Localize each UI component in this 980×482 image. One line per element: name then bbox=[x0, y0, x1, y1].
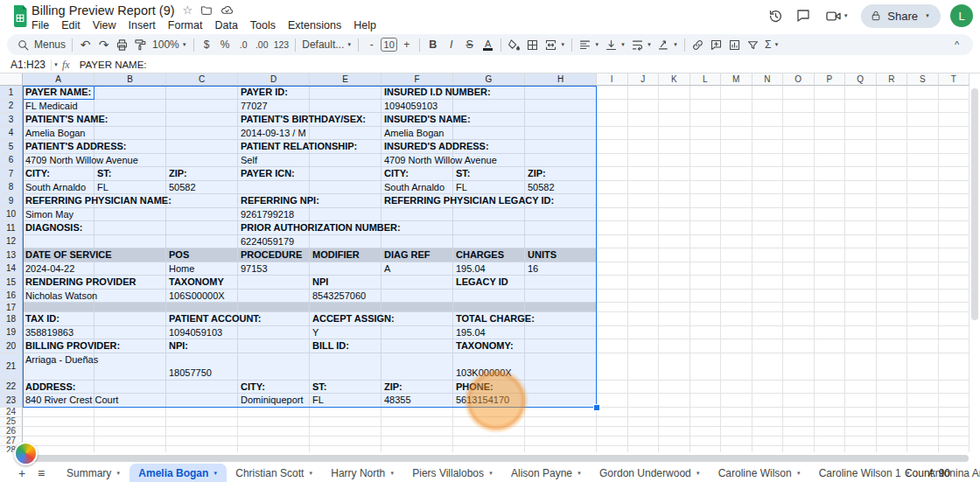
cell-H3[interactable] bbox=[525, 113, 597, 127]
vertical-align-button[interactable]: ▼ bbox=[602, 35, 628, 54]
column-header-Q[interactable]: Q bbox=[845, 73, 877, 86]
cell-L5[interactable] bbox=[690, 140, 722, 154]
cell-E15[interactable]: NPI bbox=[310, 276, 382, 290]
cell-C17[interactable] bbox=[166, 303, 238, 312]
cell-J23[interactable] bbox=[628, 394, 660, 408]
cell-H10[interactable] bbox=[525, 208, 597, 222]
functions-button[interactable]: Σ ▼ bbox=[762, 35, 781, 54]
cell-R4[interactable] bbox=[877, 127, 908, 141]
cell-E14[interactable] bbox=[310, 262, 382, 276]
row-header-9[interactable]: 9 bbox=[0, 194, 23, 208]
cell-O20[interactable] bbox=[783, 339, 815, 353]
cell-T7[interactable] bbox=[939, 167, 970, 181]
cell-H20[interactable] bbox=[525, 339, 597, 353]
print-button[interactable] bbox=[113, 35, 131, 54]
cell-C3[interactable] bbox=[166, 113, 238, 127]
cell-P5[interactable] bbox=[815, 140, 846, 154]
cell-M27[interactable] bbox=[721, 437, 752, 446]
cell-D2[interactable]: 77027 bbox=[238, 100, 310, 114]
cell-S27[interactable] bbox=[907, 437, 939, 446]
cell-O5[interactable] bbox=[783, 140, 815, 154]
cell-I7[interactable] bbox=[597, 167, 628, 181]
cell-G28[interactable] bbox=[453, 446, 525, 453]
row-header-13[interactable]: 13 bbox=[0, 248, 23, 262]
cell-A6[interactable]: 4709 North Willow Avenue bbox=[23, 154, 94, 168]
cell-I11[interactable] bbox=[597, 221, 628, 235]
cell-S16[interactable] bbox=[907, 290, 939, 304]
row-header-25[interactable]: 25 bbox=[0, 417, 23, 427]
cell-T2[interactable] bbox=[939, 100, 970, 114]
cell-M18[interactable] bbox=[721, 312, 752, 326]
cell-F3[interactable]: INSURED'S NAME: bbox=[382, 113, 453, 127]
bold-button[interactable]: B bbox=[424, 35, 442, 54]
cell-E25[interactable] bbox=[310, 417, 382, 427]
sheet-tab-caroline-wilson[interactable]: Caroline Wilson▼ bbox=[710, 464, 810, 482]
cell-L12[interactable] bbox=[690, 235, 722, 249]
cell-O24[interactable] bbox=[783, 408, 815, 417]
cell-C16[interactable]: 106S00000X bbox=[166, 290, 238, 304]
cell-M4[interactable] bbox=[721, 127, 752, 141]
comments-button[interactable] bbox=[791, 3, 816, 28]
cell-B2[interactable] bbox=[94, 100, 166, 114]
cell-J1[interactable] bbox=[628, 86, 660, 100]
cell-L21[interactable] bbox=[690, 353, 722, 381]
cell-J21[interactable] bbox=[628, 353, 660, 381]
cell-J11[interactable] bbox=[628, 221, 660, 235]
cell-P10[interactable] bbox=[815, 208, 846, 222]
cell-T4[interactable] bbox=[939, 127, 970, 141]
cell-G21[interactable]: 103K00000X bbox=[453, 353, 525, 381]
cell-H26[interactable] bbox=[525, 427, 597, 437]
cell-H2[interactable] bbox=[525, 100, 597, 114]
cell-A13[interactable]: DATE OF SERVICE bbox=[23, 248, 94, 262]
cell-C8[interactable]: 50582 bbox=[166, 181, 238, 195]
cell-T3[interactable] bbox=[939, 113, 970, 127]
column-header-G[interactable]: G bbox=[453, 73, 525, 86]
cell-L8[interactable] bbox=[690, 181, 722, 195]
cell-L27[interactable] bbox=[690, 437, 722, 446]
cell-F8[interactable]: South Arnaldo bbox=[382, 181, 453, 195]
cell-A16[interactable]: Nicholas Watson bbox=[23, 290, 94, 304]
cell-N13[interactable] bbox=[752, 248, 784, 262]
cell-Q28[interactable] bbox=[845, 446, 877, 453]
cell-L15[interactable] bbox=[690, 276, 722, 290]
cell-D22[interactable]: CITY: bbox=[238, 381, 310, 395]
cell-P18[interactable] bbox=[815, 312, 846, 326]
cell-M22[interactable] bbox=[721, 381, 752, 395]
cell-Q26[interactable] bbox=[845, 427, 877, 437]
cell-A4[interactable]: Amelia Bogan bbox=[23, 127, 94, 141]
cell-M12[interactable] bbox=[721, 235, 752, 249]
cell-L25[interactable] bbox=[690, 417, 722, 427]
cell-G12[interactable] bbox=[453, 235, 525, 249]
cell-R9[interactable] bbox=[877, 194, 908, 208]
cell-R13[interactable] bbox=[877, 248, 908, 262]
cell-G18[interactable]: TOTAL CHARGE: bbox=[453, 312, 525, 326]
cell-P27[interactable] bbox=[815, 437, 846, 446]
cell-T25[interactable] bbox=[939, 417, 970, 427]
borders-button[interactable] bbox=[523, 35, 542, 54]
cell-F10[interactable] bbox=[382, 208, 453, 222]
cell-F20[interactable] bbox=[382, 339, 453, 353]
cell-N3[interactable] bbox=[752, 113, 784, 127]
cell-R23[interactable] bbox=[877, 394, 908, 408]
cell-J7[interactable] bbox=[628, 167, 660, 181]
column-header-E[interactable]: E bbox=[310, 73, 382, 86]
insert-comment-button[interactable] bbox=[707, 35, 725, 54]
cell-J9[interactable] bbox=[628, 194, 660, 208]
cell-I6[interactable] bbox=[597, 154, 628, 168]
cell-K9[interactable] bbox=[659, 194, 690, 208]
cell-H25[interactable] bbox=[525, 417, 597, 427]
cell-O25[interactable] bbox=[783, 417, 815, 427]
row-header-10[interactable]: 10 bbox=[0, 208, 23, 222]
cell-I4[interactable] bbox=[597, 127, 628, 141]
cell-M26[interactable] bbox=[721, 427, 752, 437]
column-header-D[interactable]: D bbox=[238, 73, 310, 86]
cell-K28[interactable] bbox=[659, 446, 690, 453]
sheet-tab-gordon-underwood[interactable]: Gordon Underwood▼ bbox=[591, 464, 710, 482]
cell-Q19[interactable] bbox=[845, 326, 877, 340]
cell-O12[interactable] bbox=[783, 235, 815, 249]
cell-S11[interactable] bbox=[907, 221, 939, 235]
row-header-8[interactable]: 8 bbox=[0, 181, 23, 195]
cell-F17[interactable] bbox=[382, 303, 453, 312]
cell-I23[interactable] bbox=[597, 394, 628, 408]
cell-N11[interactable] bbox=[752, 221, 784, 235]
